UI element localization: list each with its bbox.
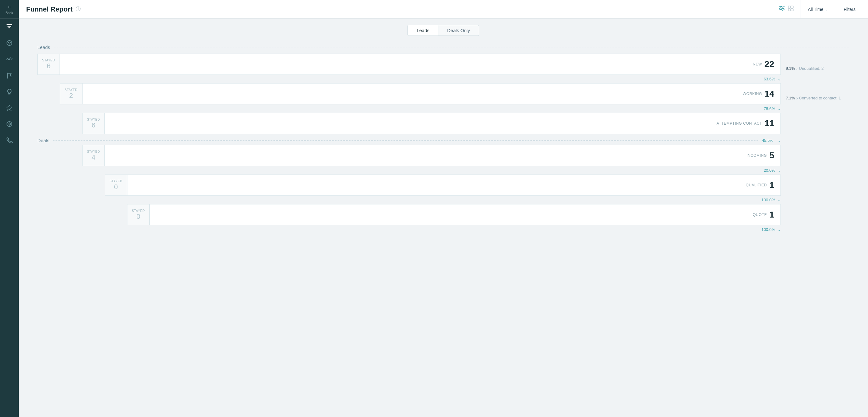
svg-rect-1	[7, 26, 11, 27]
conversion-qualified-row: 100.0% ⌄	[37, 197, 781, 204]
time-filter[interactable]: All Time ⌄	[800, 0, 836, 19]
svg-point-6	[9, 43, 10, 44]
svg-rect-16	[791, 9, 793, 11]
conversion-qualified-chevron: ⌄	[778, 198, 781, 202]
new-row-main: STAYED 6 NEW 22 63.6% ⌄	[37, 54, 781, 83]
qualified-row-main: STAYED 0 QUALIFIED 1 100.0% ⌄	[37, 175, 781, 204]
sidebar-item-funnel[interactable]	[0, 19, 19, 35]
svg-rect-2	[8, 27, 10, 28]
sidebar-item-lightbulb[interactable]	[0, 84, 19, 100]
sidebar-item-star[interactable]	[0, 100, 19, 116]
incoming-row-outer: STAYED 4 INCOMING 5 20.0% ⌄	[37, 145, 849, 175]
qualified-stage-name: QUALIFIED	[746, 183, 767, 187]
filters-label: Filters	[844, 7, 856, 12]
new-count: 22	[765, 59, 774, 69]
attempting-side-info	[781, 113, 849, 135]
new-funnel-bar[interactable]: NEW 22	[60, 54, 781, 75]
attempting-row-main: STAYED 6 ATTEMPTING CONTACT 11	[37, 113, 781, 135]
content-area: Leads Deals Only Leads STAYED 6	[19, 19, 868, 417]
svg-point-5	[10, 42, 11, 43]
deals-section-line	[53, 140, 758, 141]
quote-row-outer: STAYED 0 QUOTE 1 100.0% ⌄	[37, 204, 849, 234]
deals-section: Deals 45.5% ⌄ STAYED 4 INCOM	[37, 138, 849, 234]
working-row-outer: STAYED 2 WORKING 14 78.6% ⌄	[37, 83, 849, 113]
sidebar-item-flag[interactable]	[0, 67, 19, 84]
view-toggle-group: Leads Deals Only	[37, 25, 849, 36]
back-arrow-icon: ←	[6, 4, 12, 10]
quote-funnel-bar[interactable]: QUOTE 1	[150, 204, 781, 225]
working-side-text: Converted to contact: 1	[799, 96, 841, 100]
new-stage-name: NEW	[753, 62, 762, 66]
conversion-new-pct: 63.6%	[764, 77, 775, 81]
working-side-info: 7.1% › Converted to contact: 1	[781, 83, 849, 113]
new-side-info: 9.1% › Unqualified: 2	[781, 54, 849, 83]
attempting-stage-name: ATTEMPTING CONTACT	[717, 121, 762, 126]
working-stayed-label: STAYED	[64, 88, 78, 92]
svg-marker-9	[6, 105, 12, 111]
attempting-funnel-bar[interactable]: ATTEMPTING CONTACT 11	[105, 113, 781, 134]
filters-chevron: ⌄	[858, 7, 861, 11]
qualified-funnel-bar[interactable]: QUALIFIED 1	[127, 175, 781, 196]
grid-view-icon[interactable]	[787, 5, 794, 13]
svg-point-4	[8, 42, 9, 43]
leads-section-label: Leads	[37, 44, 849, 50]
header-title-section: Funnel Report ⓘ	[19, 5, 772, 13]
time-filter-chevron: ⌄	[825, 7, 829, 11]
sidebar-item-activity[interactable]	[0, 51, 19, 67]
sidebar-item-target[interactable]	[0, 116, 19, 132]
back-label: Back	[6, 11, 13, 14]
page-title: Funnel Report	[26, 5, 72, 13]
back-button[interactable]: ← Back	[0, 0, 19, 19]
working-funnel-row: STAYED 2 WORKING 14	[60, 83, 781, 105]
conversion-incoming-row: 20.0% ⌄	[37, 167, 781, 175]
incoming-side-spacer	[781, 145, 849, 175]
quote-stayed-value: 0	[136, 213, 140, 221]
leads-section-line	[54, 47, 849, 48]
incoming-stayed-box: STAYED 4	[82, 145, 105, 166]
qualified-stayed-label: STAYED	[110, 180, 122, 183]
conversion-quote-chevron: ⌄	[778, 228, 781, 232]
deals-only-toggle-button[interactable]: Deals Only	[438, 25, 479, 36]
conversion-incoming-chevron: ⌄	[778, 168, 781, 173]
filters-button[interactable]: Filters ⌄	[836, 0, 868, 19]
svg-point-3	[7, 40, 12, 46]
conversion-incoming-pct: 20.0%	[764, 168, 775, 173]
sidebar-item-phone[interactable]	[0, 132, 19, 148]
svg-rect-0	[6, 24, 12, 25]
working-side-pct: 7.1%	[786, 96, 795, 100]
sidebar-item-palette[interactable]	[0, 35, 19, 51]
svg-rect-14	[791, 6, 793, 8]
deals-conversion-chevron: ⌄	[778, 138, 781, 143]
working-row-main: STAYED 2 WORKING 14 78.6% ⌄	[37, 83, 781, 113]
conversion-working-pct: 78.6%	[764, 106, 775, 111]
working-stage-name: WORKING	[743, 92, 762, 96]
attempting-row-outer: STAYED 6 ATTEMPTING CONTACT 11	[37, 113, 849, 135]
qualified-side-spacer	[781, 175, 849, 204]
view-toggle	[772, 0, 800, 19]
conversion-quote-row: 100.0% ⌄	[37, 227, 781, 234]
list-view-icon[interactable]	[778, 5, 785, 13]
qualified-count: 1	[769, 180, 774, 190]
incoming-stayed-label: STAYED	[87, 150, 100, 153]
incoming-stayed-value: 4	[92, 153, 95, 161]
conversion-new-chevron: ⌄	[778, 77, 781, 81]
deals-header-row: Deals 45.5% ⌄	[37, 138, 849, 143]
info-icon[interactable]: ⓘ	[76, 6, 81, 12]
sidebar: ← Back	[0, 0, 19, 417]
new-side-chevron: ›	[796, 66, 798, 71]
leads-toggle-button[interactable]: Leads	[407, 25, 438, 36]
qualified-funnel-row: STAYED 0 QUALIFIED 1	[105, 175, 781, 196]
conversion-new-row: 63.6% ⌄	[37, 76, 781, 83]
working-count: 14	[765, 89, 774, 99]
attempting-stayed-box: STAYED 6	[82, 113, 105, 134]
quote-count: 1	[769, 210, 774, 220]
new-stayed-value: 6	[47, 62, 51, 70]
incoming-funnel-bar[interactable]: INCOMING 5	[105, 145, 781, 166]
quote-side-spacer	[781, 204, 849, 234]
working-funnel-bar[interactable]: WORKING 14	[82, 83, 781, 105]
new-side-text: Unqualified: 2	[799, 66, 824, 71]
quote-funnel-row: STAYED 0 QUOTE 1	[127, 204, 781, 225]
incoming-count: 5	[769, 151, 774, 160]
deals-label-text: Deals	[37, 138, 49, 143]
qualified-row-outer: STAYED 0 QUALIFIED 1 100.0% ⌄	[37, 175, 849, 204]
